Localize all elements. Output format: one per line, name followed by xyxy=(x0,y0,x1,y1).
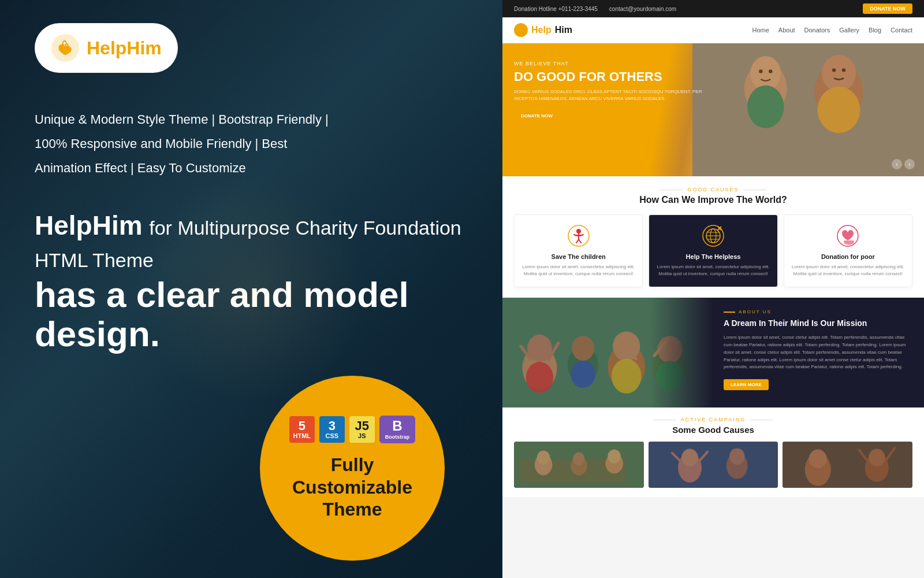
logo-text: HelpHim xyxy=(87,38,162,59)
campaigns-title: Some Good Causes xyxy=(514,425,912,435)
js-badge: J5 JS xyxy=(349,416,375,443)
causes-label: GOOD CAUSES xyxy=(514,187,912,192)
circle-text: FullyCustomizableTheme xyxy=(292,454,412,520)
about-image-overlay xyxy=(502,298,713,407)
campaigns-label: ACTIVE CAMPAING xyxy=(514,417,912,423)
nav-logo-text: Help xyxy=(531,25,552,35)
nav-logo-icon xyxy=(514,23,528,37)
left-panel: HelpHim Unique & Modern Style Theme | Bo… xyxy=(0,0,502,578)
nav-about[interactable]: About xyxy=(778,27,795,34)
about-content: ABOUT US A Dream In Their Mind Is Our Mi… xyxy=(713,298,924,407)
bootstrap-badge: B Bootstrap xyxy=(379,416,416,443)
campaign-card-1 xyxy=(514,442,644,488)
html5-badge: 5 HTML xyxy=(289,416,315,443)
campaign-img-1 xyxy=(514,442,644,488)
logo-oval: HelpHim xyxy=(35,23,178,73)
cause-title-3: Donation for poor xyxy=(791,253,905,260)
about-image xyxy=(502,298,713,407)
cause-desc-3: Lorem ipsum dolor sit amet, consectetur … xyxy=(791,264,905,277)
causes-section: GOOD CAUSES How Can We Improve The World… xyxy=(502,176,924,298)
cause-icon-1 xyxy=(567,224,590,247)
causes-cards: Save The children Lorem ipsum dolor sit … xyxy=(514,214,912,287)
logo-container: HelpHim xyxy=(35,23,468,73)
top-bar-left: Donation Hotline +011-223-3445 contact@y… xyxy=(514,6,676,12)
campaign-img-3 xyxy=(783,442,912,488)
cause-title-2: Help The Helpless xyxy=(656,253,770,260)
nav-donators[interactable]: Donators xyxy=(804,27,830,34)
nav-logo-text2: Him xyxy=(555,25,572,35)
hero-donate-btn[interactable]: DONATE NOW xyxy=(514,110,560,121)
cause-desc-1: Lorem ipsum dolor sit amet, consectetur … xyxy=(521,264,635,277)
campaign-img-2 xyxy=(649,442,778,488)
about-section: ABOUT US A Dream In Their Mind Is Our Mi… xyxy=(502,298,924,407)
tech-circle: 5 HTML 3 CSS J5 JS B Bootstrap FullyCust… xyxy=(260,376,445,561)
causes-title: How Can We Improve The World? xyxy=(514,195,912,205)
svg-point-15 xyxy=(576,229,581,234)
cause-icon-2 xyxy=(702,224,725,247)
tech-badges: 5 HTML 3 CSS J5 JS B Bootstrap xyxy=(289,416,416,443)
phone-info: Donation Hotline +011-223-3445 xyxy=(514,6,598,12)
about-label: ABOUT US xyxy=(724,309,914,314)
campaign-card-2 xyxy=(649,442,778,488)
svg-rect-13 xyxy=(692,43,925,176)
hero-title: DO GOOD FOR OTHERS xyxy=(514,70,704,84)
nav-bar: HelpHim Home About Donators Gallery Blog… xyxy=(502,17,924,43)
top-bar: Donation Hotline +011-223-3445 contact@y… xyxy=(502,0,924,17)
svg-rect-53 xyxy=(649,442,778,488)
cause-card-1: Save The children Lorem ipsum dolor sit … xyxy=(514,214,643,287)
nav-gallery[interactable]: Gallery xyxy=(839,27,859,34)
svg-rect-47 xyxy=(514,442,644,488)
learn-more-btn[interactable]: LEARN MORE xyxy=(724,379,769,390)
logo-icon xyxy=(51,34,80,62)
about-text: Lorem ipsum dolor sit amet, conse ctetur… xyxy=(724,334,914,371)
topbar-donate-btn[interactable]: DONATE NOW xyxy=(863,3,912,14)
main-headline: HelpHim for Multipurpose Charity Foundat… xyxy=(35,209,468,354)
nav-logo: HelpHim xyxy=(514,23,572,37)
cause-title-1: Save The children xyxy=(521,253,635,260)
website-preview: Donation Hotline +011-223-3445 contact@y… xyxy=(502,0,924,578)
right-panel: Donation Hotline +011-223-3445 contact@y… xyxy=(502,0,924,578)
hero-section: WE BELIEVE THAT DO GOOD FOR OTHERS DONEC… xyxy=(502,43,924,176)
headline-line2: has a clear and model design. xyxy=(35,275,468,354)
nav-links: Home About Donators Gallery Blog Contact xyxy=(752,27,912,34)
nav-blog[interactable]: Blog xyxy=(869,27,881,34)
email-info: contact@yourdomain.com xyxy=(609,6,676,12)
nav-contact[interactable]: Contact xyxy=(891,27,912,34)
nav-home[interactable]: Home xyxy=(752,27,769,34)
headline-bold: HelpHim xyxy=(35,210,143,240)
features-text: Unique & Modern Style Theme | Bootstrap … xyxy=(35,108,468,180)
about-title: A Dream In Their Mind Is Our Mission xyxy=(724,318,914,328)
next-arrow[interactable]: › xyxy=(904,159,915,169)
cause-card-2: Help The Helpless Lorem ipsum dolor sit … xyxy=(649,214,777,287)
cause-card-3: Donation for poor Lorem ipsum dolor sit … xyxy=(784,214,912,287)
cause-icon-3 xyxy=(836,224,859,247)
css3-badge: 3 CSS xyxy=(319,416,345,443)
campaign-card-3 xyxy=(783,442,912,488)
hero-description: DONEC VARIUS SODALES ORCI. CLASS APTENT … xyxy=(514,88,704,102)
hero-arrows: ‹ › xyxy=(892,159,915,169)
campaigns-section: ACTIVE CAMPAING Some Good Causes xyxy=(502,407,924,497)
hero-children-img xyxy=(692,43,925,176)
hero-image-area xyxy=(692,43,925,176)
hero-content: WE BELIEVE THAT DO GOOD FOR OTHERS DONEC… xyxy=(514,61,704,121)
svg-rect-59 xyxy=(783,442,912,488)
prev-arrow[interactable]: ‹ xyxy=(892,159,902,169)
campaign-cards xyxy=(514,442,912,488)
hero-small-label: WE BELIEVE THAT xyxy=(514,61,704,66)
cause-desc-2: Lorem ipsum dolor sit amet, consectetur … xyxy=(656,264,770,277)
